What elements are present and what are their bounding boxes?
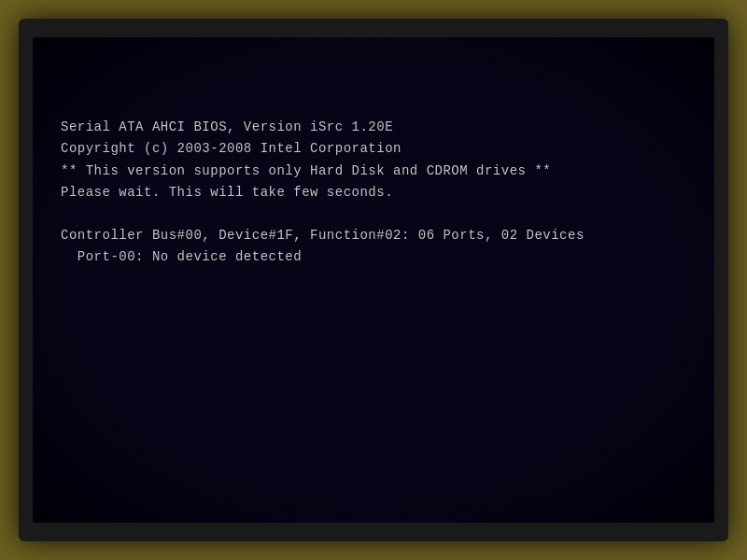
bios-line-2: ** This version supports only Hard Disk … [61, 161, 686, 181]
bios-line-5: Controller Bus#00, Device#1F, Function#0… [61, 225, 686, 245]
bios-blank-line [61, 203, 686, 224]
bios-line-6: Port-00: No device detected [61, 246, 686, 267]
bios-output: Serial ATA AHCI BIOS, Version iSrc 1.20E… [61, 75, 686, 269]
bios-line-0: Serial ATA AHCI BIOS, Version iSrc 1.20E [61, 117, 686, 137]
wall-right [728, 0, 747, 560]
monitor-outer: Serial ATA AHCI BIOS, Version iSrc 1.20E… [19, 19, 728, 541]
wall-bottom [19, 541, 728, 560]
screen: Serial ATA AHCI BIOS, Version iSrc 1.20E… [33, 37, 714, 523]
wall-top [19, 0, 728, 19]
wall-left [0, 0, 19, 560]
bios-line-3: Please wait. This will take few seconds. [61, 182, 686, 203]
bios-line-1: Copyright (c) 2003-2008 Intel Corporatio… [61, 138, 686, 159]
